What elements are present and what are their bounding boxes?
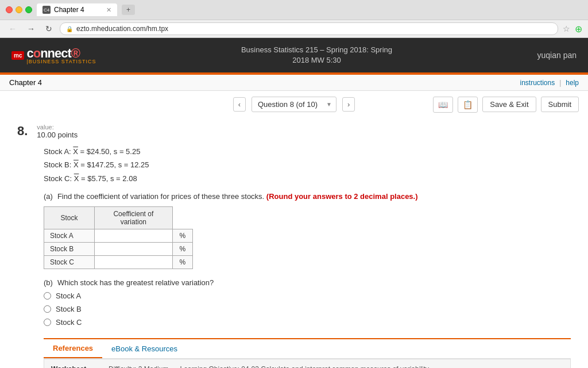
browser-extras: ☆ ⊕ [563, 24, 582, 34]
ebook-tab[interactable]: eBook & Resources [102, 339, 187, 358]
stock-c-percent: % [172, 256, 192, 269]
stock-b-percent: % [172, 243, 192, 256]
back-button[interactable]: ← [6, 23, 20, 34]
chapter-label: Chapter 4 [9, 78, 42, 87]
part-b-label: (b) Which stock has the greatest relativ… [44, 278, 571, 287]
stock-a-input-cell [95, 229, 173, 243]
question-points: 10.00 points [37, 131, 78, 139]
tab-close-button[interactable]: ✕ [106, 6, 111, 14]
forward-button[interactable]: → [24, 23, 38, 34]
header-user: yuqian pan [537, 51, 577, 60]
part-a-note: (Round your answers to 2 decimal places.… [266, 192, 418, 201]
stock-a-label: Stock A [44, 229, 95, 243]
page-subheader-links: instructions | help [520, 79, 579, 87]
table-row-stock-b: Stock B % [44, 243, 193, 256]
save-exit-button[interactable]: Save & Exit [482, 97, 536, 112]
cv-table: Stock Coefficient ofvariation Stock A % … [44, 206, 193, 269]
question-value-label: value: [37, 124, 78, 131]
radio-stock-a[interactable] [44, 292, 51, 300]
table-header-cv: Coefficient ofvariation [95, 207, 173, 229]
question-select-wrapper: Question 1 (of 10) Question 2 (of 10) Qu… [252, 97, 336, 112]
traffic-lights [6, 6, 32, 13]
stock-c-cv-input[interactable] [95, 256, 135, 269]
main-content: 8. value: 10.00 points Stock A: X = $24.… [0, 118, 588, 368]
instructions-link[interactable]: instructions [520, 79, 555, 87]
page-subheader: Chapter 4 instructions | help [0, 75, 588, 91]
minimize-traffic-light[interactable] [16, 6, 22, 13]
close-traffic-light[interactable] [6, 6, 13, 13]
logo-mc: mc [11, 51, 24, 60]
radio-label-c: Stock C [56, 318, 82, 327]
references-tabs: References eBook & Resources [44, 339, 571, 359]
question-value-block: value: 10.00 points [37, 124, 78, 139]
logo-subtitle: |BUSINESS STATISTICS [26, 59, 96, 64]
address-text: ezto.mheducation.com/hm.tpx [76, 25, 168, 33]
course-time: 2018 MW 5:30 [96, 55, 537, 66]
radio-group: Stock A Stock B Stock C [44, 292, 571, 327]
browser-chrome: C4 Chapter 4 ✕ + ← → ↻ 🔒 ezto.mheducatio… [0, 0, 588, 38]
question-body: Stock A: X = $24.50, s = 5.25 Stock B: X… [44, 145, 571, 368]
new-tab-button[interactable]: + [122, 5, 135, 15]
tab-favicon: C4 [42, 6, 51, 14]
stock-b-input-cell [95, 243, 173, 256]
refresh-button[interactable]: ↻ [42, 23, 55, 34]
bookmark-icon-button[interactable]: 📖 [433, 97, 453, 113]
part-b-letter: (b) [44, 278, 53, 287]
stock-a-info: Stock A: X = $24.50, s = 5.25 [44, 145, 571, 158]
learning-objective-text: Learning Objective: 04-03 Calculate and … [180, 365, 430, 368]
question-number: 8. [17, 124, 28, 139]
notes-icon-button[interactable]: 📋 [458, 97, 478, 113]
worksheet-label: Worksheet [51, 365, 97, 368]
browser-tab[interactable]: C4 Chapter 4 ✕ [37, 3, 117, 16]
nav-bar: ‹ Question 1 (of 10) Question 2 (of 10) … [0, 91, 588, 118]
stock-a-cv-input[interactable] [95, 229, 135, 242]
stock-info: Stock A: X = $24.50, s = 5.25 Stock B: X… [44, 145, 571, 185]
part-a-text: Find the coefficient of variation for pr… [57, 192, 418, 201]
nav-bar-actions: 📖 📋 Save & Exit Submit [433, 97, 579, 113]
header-course: Business Statistics 215 – Spring 2018: S… [96, 45, 537, 66]
stock-c-input-cell [95, 256, 173, 269]
question-select[interactable]: Question 1 (of 10) Question 2 (of 10) Qu… [252, 97, 336, 112]
part-a-label: (a) Find the coefficient of variation fo… [44, 192, 571, 201]
stock-b-info: Stock B: X = $147.25, s = 12.25 [44, 158, 571, 171]
stock-c-info: Stock C: X = $5.75, s = 2.08 [44, 172, 571, 185]
difficulty-text: Difficulty: 2 Medium [109, 365, 168, 368]
radio-label-b: Stock B [56, 305, 82, 313]
table-header-stock: Stock [44, 207, 95, 229]
tab-title: Chapter 4 [54, 6, 84, 14]
course-title: Business Statistics 215 – Spring 2018: S… [96, 45, 537, 55]
app-header: mc connect® |BUSINESS STATISTICS Busines… [0, 38, 588, 72]
stock-c-label: Stock C [44, 256, 95, 269]
prev-question-button[interactable]: ‹ [233, 97, 246, 112]
radio-option-a[interactable]: Stock A [44, 292, 571, 300]
browser-titlebar: C4 Chapter 4 ✕ + [0, 0, 588, 20]
part-b-text: Which stock has the greatest relative va… [57, 278, 214, 287]
browser-addressbar: ← → ↻ 🔒 ezto.mheducation.com/hm.tpx ☆ ⊕ [0, 20, 588, 37]
question-header: 8. value: 10.00 points [17, 124, 571, 139]
logo-block: connect® |BUSINESS STATISTICS [26, 46, 96, 64]
radio-option-c[interactable]: Stock C [44, 318, 571, 327]
radio-option-b[interactable]: Stock B [44, 305, 571, 313]
worksheet-row: Worksheet Difficulty: 2 Medium Learning … [44, 359, 571, 368]
lock-icon: 🔒 [66, 26, 73, 32]
logo-area: mc connect® |BUSINESS STATISTICS [11, 46, 96, 64]
bookmark-button[interactable]: ☆ [563, 24, 570, 33]
stock-b-cv-input[interactable] [95, 243, 135, 255]
part-b: (b) Which stock has the greatest relativ… [44, 278, 571, 327]
stock-b-label: Stock B [44, 243, 95, 256]
radio-label-a: Stock A [56, 292, 81, 300]
question-number-label: 8. [17, 124, 28, 139]
pipe-divider: | [559, 79, 561, 87]
next-question-button[interactable]: › [342, 97, 355, 112]
radio-stock-b[interactable] [44, 305, 51, 313]
radio-stock-c[interactable] [44, 319, 51, 326]
help-link[interactable]: help [566, 79, 579, 87]
part-a-letter: (a) [44, 192, 53, 201]
extension-button[interactable]: ⊕ [575, 24, 582, 34]
address-bar[interactable]: 🔒 ezto.mheducation.com/hm.tpx [60, 22, 558, 35]
submit-button[interactable]: Submit [541, 97, 579, 112]
stock-a-percent: % [172, 229, 192, 243]
references-section: References eBook & Resources Worksheet D… [44, 338, 571, 368]
maximize-traffic-light[interactable] [25, 6, 32, 13]
references-tab[interactable]: References [44, 339, 102, 358]
